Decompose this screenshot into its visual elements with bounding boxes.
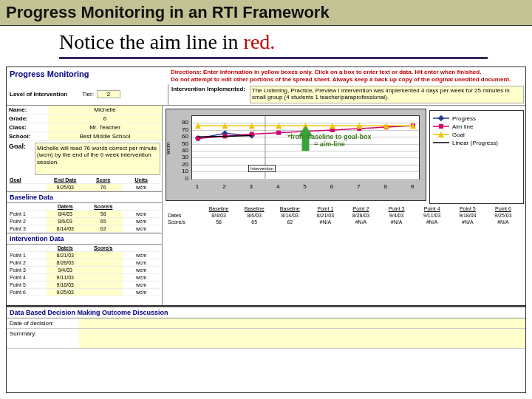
- legend-item-aimline: Aim line: [433, 123, 520, 130]
- subtitle-red: red.: [244, 30, 276, 53]
- int-u5: wcm: [123, 282, 161, 289]
- underline-rule: [59, 57, 488, 59]
- directions: Directions: Enter information in yellow …: [168, 67, 525, 84]
- bl-p2: Point 2: [8, 218, 47, 225]
- bl-u3: wcm: [123, 225, 161, 233]
- legend-label-linear: Linear (Progress): [452, 140, 498, 146]
- legend: Progress Aim line Goal Linear (Progress): [429, 110, 524, 204]
- decision-date-label: Date of decision:: [7, 318, 79, 328]
- title-bar: Progress Monitoring in an RTI Framework: [0, 0, 532, 26]
- class-value[interactable]: Mr. Teacher: [48, 123, 162, 132]
- int-u3: wcm: [123, 267, 161, 274]
- chart-wrap: wcm *from baseline to goal-box = aim-lin…: [163, 106, 525, 204]
- left-panel: Name:Michelle Grade:6 Class:Mr. Teacher …: [7, 106, 163, 305]
- goal-h1: Goal: [8, 177, 47, 184]
- bl-s1[interactable]: 58: [84, 211, 123, 218]
- int-s5[interactable]: [84, 282, 123, 289]
- intervention-label: Intervention Implemented:: [168, 84, 248, 105]
- goal-date[interactable]: 9/25/03: [47, 184, 85, 191]
- bl-d1[interactable]: 8/4/03: [47, 211, 85, 218]
- int-u4: wcm: [123, 274, 161, 282]
- school-label: School:: [7, 132, 48, 140]
- right-panel: wcm *from baseline to goal-box = aim-lin…: [163, 106, 525, 305]
- goal-text[interactable]: Michelle will read 76 words correct per …: [35, 143, 160, 175]
- intervention-marker: Intervention: [248, 165, 276, 172]
- int-d5[interactable]: 9/18/03: [47, 282, 85, 289]
- int-s2[interactable]: [84, 259, 123, 267]
- directions-line1: Directions: Enter information in yellow …: [171, 69, 522, 76]
- int-s3[interactable]: [84, 267, 123, 274]
- int-d6[interactable]: 9/25/03: [47, 289, 85, 296]
- tier-value[interactable]: 2: [97, 90, 120, 98]
- bl-d3[interactable]: 8/14/03: [47, 225, 85, 233]
- int-s1[interactable]: [84, 252, 123, 259]
- goal-h4: Units: [123, 177, 161, 184]
- int-d3[interactable]: 9/4/03: [47, 267, 85, 274]
- legend-item-goal: Goal: [433, 132, 520, 138]
- grade-label: Grade:: [7, 115, 48, 123]
- level-cell: Level of Intervention Tier: 2: [7, 84, 168, 105]
- grade-value[interactable]: 6: [48, 115, 162, 123]
- summary-label: Summary:: [7, 329, 79, 348]
- subtitle-text: Notice the aim line in: [59, 30, 244, 53]
- bl-s2[interactable]: 65: [84, 218, 123, 225]
- svg-rect-27: [439, 124, 443, 129]
- int-u1: wcm: [123, 252, 161, 259]
- bl-u1: wcm: [123, 211, 161, 218]
- int-d4[interactable]: 9/11/03: [47, 274, 85, 282]
- baseline-h1: Date/s: [47, 203, 85, 211]
- slide: Progress Monitoring in an RTI Framework …: [0, 0, 532, 399]
- intervention-heading: Intervention Data: [7, 233, 162, 245]
- subtitle: Notice the aim line in red.: [0, 26, 532, 57]
- bl-u2: wcm: [123, 218, 161, 225]
- header-row: Progress Monitoring Directions: Enter in…: [7, 67, 525, 84]
- discussion-heading: Data Based Decision Making Outcome Discu…: [7, 307, 525, 318]
- name-label: Name:: [7, 106, 48, 114]
- intervention-table: Date/sScore/s Point 18/21/03wcm Point 28…: [8, 245, 160, 296]
- decision-date-value[interactable]: [79, 318, 525, 328]
- goal-table: GoalEnd DateScoreUnits 9/25/0376wcm: [8, 177, 160, 191]
- int-d1[interactable]: 8/21/03: [47, 252, 85, 259]
- int-p5: Point 5: [8, 282, 47, 289]
- int-s6[interactable]: [84, 289, 123, 296]
- class-label: Class:: [7, 123, 48, 132]
- summary-value[interactable]: [79, 329, 525, 348]
- main-row: Name:Michelle Grade:6 Class:Mr. Teacher …: [7, 106, 525, 305]
- bl-s3[interactable]: 62: [84, 225, 123, 233]
- goal-h3: Score: [84, 177, 123, 184]
- school-value[interactable]: Best Middle School: [48, 132, 162, 140]
- legend-item-progress: Progress: [433, 115, 520, 122]
- chart: wcm *from baseline to goal-box = aim-lin…: [166, 109, 426, 201]
- bl-p1: Point 1: [8, 211, 47, 218]
- bl-d2[interactable]: 8/6/03: [47, 218, 85, 225]
- intervention-cell: Intervention Implemented: The Listening,…: [168, 84, 525, 105]
- svg-rect-25: [438, 115, 444, 121]
- goal-score[interactable]: 76: [84, 184, 123, 191]
- intervention-text[interactable]: The Listening, Practice, Preview I inter…: [250, 86, 524, 103]
- baseline-heading: Baseline Data: [7, 191, 162, 203]
- slide-title: Progress Monitoring in an RTI Framework: [6, 3, 526, 22]
- legend-label-aimline: Aim line: [452, 123, 473, 130]
- baseline-table: Date/sScore/s Point 18/4/0358wcm Point 2…: [8, 203, 160, 233]
- spreadsheet: Progress Monitoring Directions: Enter in…: [6, 66, 526, 393]
- sheet-heading: Progress Monitoring: [7, 67, 168, 84]
- baseline-h2: Score/s: [84, 203, 123, 211]
- int-h2: Score/s: [84, 245, 123, 252]
- int-p6: Point 6: [8, 289, 47, 296]
- callout-text: *from baseline to goal-box = aim-line: [285, 134, 374, 149]
- bl-p3: Point 3: [8, 225, 47, 233]
- goal-units: wcm: [123, 184, 161, 191]
- level-row: Level of Intervention Tier: 2 Interventi…: [7, 84, 525, 106]
- int-p3: Point 3: [8, 267, 47, 274]
- legend-item-linear: Linear (Progress): [433, 140, 520, 146]
- goal-label: Goal:: [7, 141, 33, 177]
- legend-label-progress: Progress: [452, 115, 476, 122]
- int-u6: wcm: [123, 289, 161, 296]
- int-p2: Point 2: [8, 259, 47, 267]
- int-s4[interactable]: [84, 274, 123, 282]
- int-d2[interactable]: 8/28/03: [47, 259, 85, 267]
- goal-h2: End Date: [47, 177, 85, 184]
- int-u2: wcm: [123, 259, 161, 267]
- int-p4: Point 4: [8, 274, 47, 282]
- name-value[interactable]: Michelle: [48, 106, 162, 114]
